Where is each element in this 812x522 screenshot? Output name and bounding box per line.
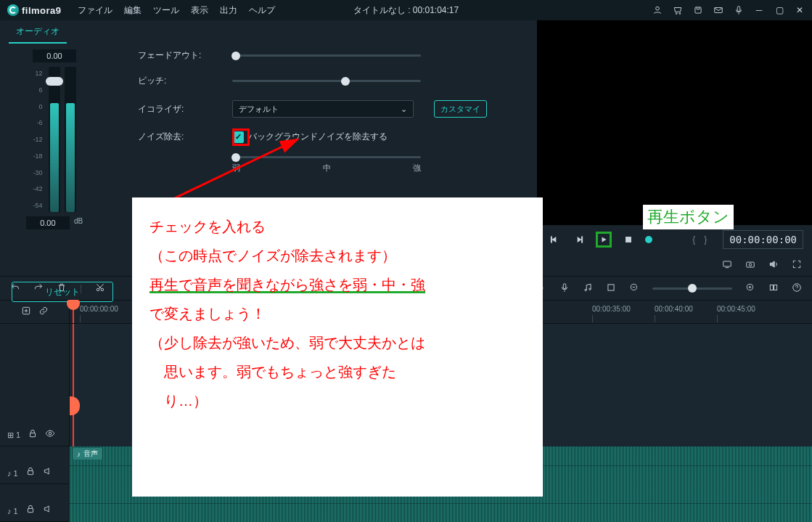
equalizer-custom-button[interactable]: カスタマイ [434,100,487,118]
fadeout-label: フェードアウト: [138,49,218,62]
music-note-icon: ♪ [77,450,81,458]
menu-view[interactable]: 表示 [185,4,214,17]
link-icon[interactable] [38,306,49,318]
pitch-label: ピッチ: [138,75,218,87]
noise-strength-slider[interactable] [232,156,421,158]
svg-rect-27 [28,508,33,512]
preview-viewport [538,20,812,225]
menu-help[interactable]: ヘルプ [243,4,281,17]
svg-point-0 [656,7,660,10]
menu-tools[interactable]: ツール [147,4,185,17]
audio-mixer-icon[interactable] [583,282,593,295]
volume-speaker-icon[interactable] [768,259,779,272]
settings-help-icon[interactable] [792,282,802,295]
svg-rect-24 [30,433,36,436]
save-cloud-icon[interactable] [693,5,703,15]
svg-point-11 [749,263,752,266]
noise-checkbox-label: バックグラウンドノイズを除去する [248,131,387,143]
svg-rect-9 [723,261,731,266]
svg-rect-17 [608,284,614,290]
db-unit: dB [74,217,83,225]
zoom-fit-icon[interactable] [768,282,779,295]
svg-point-22 [793,283,801,291]
annotation-note: チェックを入れる （この時点でノイズが除去されます） 再生で音声を聞きながら強さ… [132,197,543,497]
svg-point-2 [679,13,681,15]
svg-rect-26 [28,470,33,474]
record-indicator-icon[interactable] [645,236,652,243]
pitch-slider[interactable] [232,80,421,82]
svg-rect-20 [770,285,773,290]
svg-point-15 [585,289,586,290]
prev-frame-button[interactable] [546,232,562,248]
voiceover-mic-icon[interactable] [559,282,570,295]
volume-slider-right[interactable] [65,67,76,212]
crop-icon[interactable] [606,282,616,295]
lock-icon[interactable] [25,466,36,478]
mark-inout[interactable]: { } [692,234,707,246]
menu-file[interactable]: ファイル [72,4,118,17]
next-frame-button[interactable] [571,232,587,248]
menu-edit[interactable]: 編集 [118,4,147,17]
chevron-down-icon: ⌄ [401,105,407,114]
equalizer-label: イコライザ: [138,103,218,115]
meter-scale: 1260 -6-12-18 -30-42-54 [33,67,42,212]
volume-meter: 0.00 1260 -6-12-18 -30-42-54 0.00 dB [0,49,109,276]
annotation-checkbox-highlight [232,129,250,146]
document-title: タイトルなし : 00:01:04:17 [353,4,459,17]
mute-speaker-icon[interactable] [43,466,53,478]
window-close[interactable]: ✕ [795,5,805,15]
brand: filmora9 [7,4,62,16]
cart-icon[interactable] [673,5,683,15]
playhead[interactable] [67,300,80,310]
reset-button[interactable]: リセット [12,282,113,302]
fullscreen-icon[interactable] [792,259,802,272]
clip-trim-handle[interactable] [70,396,80,415]
meter-top-value: 0.00 [33,49,76,62]
menu-output[interactable]: 出力 [214,4,243,17]
noise-strength-labels: 弱 中 強 [232,163,421,174]
account-icon[interactable] [652,5,663,15]
svg-point-16 [589,288,591,290]
zoom-in-icon[interactable] [745,282,755,295]
equalizer-select[interactable]: デフォルト ⌄ [232,100,414,118]
snapshot-icon[interactable] [745,259,755,272]
svg-rect-3 [695,7,701,13]
add-track-icon[interactable] [21,306,31,318]
mail-icon[interactable] [713,5,723,15]
svg-rect-4 [715,8,723,13]
menubar: filmora9 ファイル 編集 ツール 表示 出力 ヘルプ タイトルなし : … [0,0,812,20]
timecode-display[interactable]: 00:00:00:00 [723,230,803,249]
lock-icon[interactable] [25,504,36,515]
noise-label: ノイズ除去: [138,131,218,143]
preview-quality-icon[interactable] [722,259,732,272]
window-minimize[interactable]: ─ [754,5,764,15]
ruler-head [0,301,70,323]
volume-slider-left[interactable] [49,67,60,212]
audio-track-1-head: ♪ 1 [0,446,69,484]
brand-icon [7,4,19,16]
window-maximize[interactable]: ▢ [774,5,784,15]
play-button[interactable] [596,232,612,248]
tab-audio[interactable]: オーディオ [9,21,67,44]
stop-button[interactable] [620,232,636,248]
lock-icon[interactable] [28,428,38,440]
meter-bottom-value: 0.00 [26,216,70,229]
eye-icon[interactable] [45,428,55,440]
zoom-slider[interactable] [652,287,732,290]
svg-point-25 [49,432,52,435]
mute-speaker-icon[interactable] [43,504,53,515]
svg-rect-7 [582,237,583,242]
svg-rect-6 [551,237,551,242]
transport-bar: { } 00:00:00:00 [538,225,812,254]
svg-point-1 [676,13,677,15]
fadeout-slider[interactable] [232,54,421,57]
brand-text: filmora9 [22,5,62,16]
audio-track-2-head: ♪ 1 [0,484,69,522]
mic-icon[interactable] [734,5,744,15]
zoom-out-icon[interactable] [629,282,639,295]
svg-rect-8 [626,237,631,242]
equalizer-value: デフォルト [239,104,279,115]
annotation-play-label: 再生ボタン [643,205,734,229]
svg-rect-21 [774,285,777,290]
svg-rect-14 [563,283,566,288]
